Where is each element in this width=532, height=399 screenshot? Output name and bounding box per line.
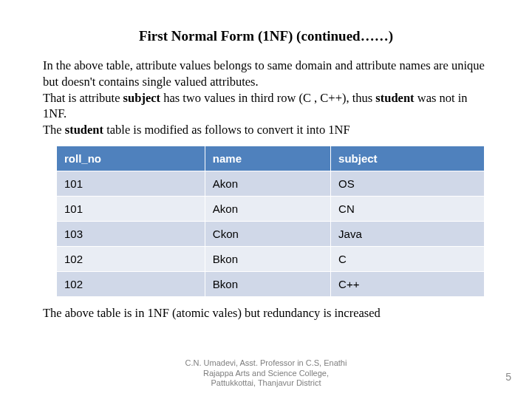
text-line: That is attribute [43,91,123,105]
cell: Bkon [205,271,330,296]
cell: 101 [57,196,205,221]
bold-text: student [375,91,414,105]
bold-text: subject [123,91,160,105]
slide-title: First Normal Form (1NF) (continued……) [43,28,489,44]
cell: Bkon [205,246,330,271]
attribution: C.N. Umadevi, Asst. Professor in C.S, En… [0,358,532,389]
cell: Akon [205,171,330,196]
cell: 101 [57,171,205,196]
table-row: 103 Ckon Java [57,221,485,246]
cell: Java [331,221,485,246]
body-paragraph: In the above table, attribute values bel… [43,58,489,138]
cell: Ckon [205,221,330,246]
cell: OS [331,171,485,196]
attribution-line: Rajappa Arts and Science College, [203,369,329,378]
slide: First Normal Form (1NF) (continued……) In… [0,0,532,399]
text-line: has two values in third row (C , C++), t… [160,91,375,105]
cell: 102 [57,271,205,296]
text-line: The [43,123,65,137]
table-header-row: roll_no name subject [57,146,485,171]
col-header: roll_no [57,146,205,171]
cell: C++ [331,271,485,296]
col-header: name [205,146,330,171]
attribution-line: Pattukkottai, Thanjavur District [211,378,321,387]
footnote: The above table is in 1NF (atomic vales)… [43,306,489,321]
attribution-line: C.N. Umadevi, Asst. Professor in C.S, En… [185,358,347,367]
cell: 102 [57,246,205,271]
cell: CN [331,196,485,221]
table-row: 101 Akon OS [57,171,485,196]
cell: Akon [205,196,330,221]
cell: C [331,246,485,271]
table-row: 102 Bkon C [57,246,485,271]
table-row: 101 Akon CN [57,196,485,221]
page-number: 5 [505,371,511,383]
table-row: 102 Bkon C++ [57,271,485,296]
student-table: roll_no name subject 101 Akon OS 101 Ako… [56,146,485,297]
col-header: subject [331,146,485,171]
text-line: In the above table, attribute values bel… [43,58,485,89]
cell: 103 [57,221,205,246]
text-line: table is modified as follows to convert … [103,123,350,137]
bold-text: student [65,123,103,137]
